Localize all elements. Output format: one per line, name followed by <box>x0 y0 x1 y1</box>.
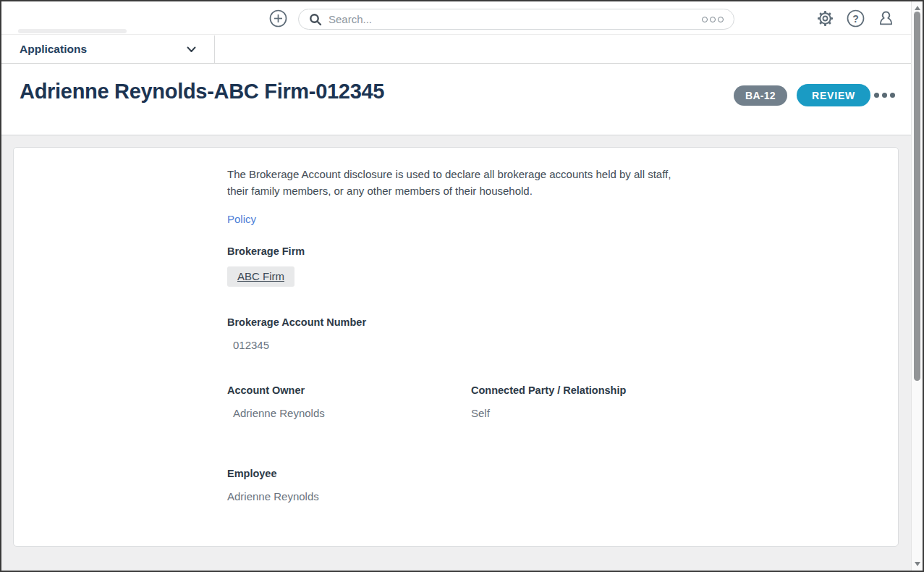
brokerage-account-number-label: Brokerage Account Number <box>227 316 684 328</box>
form-card: The Brokerage Account disclosure is used… <box>13 147 899 547</box>
brokerage-account-number-value: 012345 <box>227 339 684 351</box>
vertical-scrollbar[interactable] <box>911 1 923 571</box>
owner-relationship-row: Account Owner Adrienne Reynolds Connecte… <box>227 384 684 419</box>
connected-party-label: Connected Party / Relationship <box>471 384 684 396</box>
scroll-up-arrow-icon[interactable] <box>915 6 920 10</box>
applications-dropdown[interactable]: Applications <box>1 35 215 63</box>
search-overflow-icon[interactable] <box>702 17 724 22</box>
policy-link[interactable]: Policy <box>227 213 256 225</box>
top-bar: ? <box>1 1 911 35</box>
app-window: ? Applications Adrienne Reynolds-ABC Fir… <box>0 0 924 572</box>
search-bar[interactable] <box>298 9 734 30</box>
form-description: The Brokerage Account disclosure is used… <box>227 166 684 199</box>
scrollbar-thumb[interactable] <box>914 12 920 381</box>
form-column: The Brokerage Account disclosure is used… <box>227 148 684 502</box>
content-area: The Brokerage Account disclosure is used… <box>1 135 911 572</box>
account-owner-field: Account Owner Adrienne Reynolds <box>227 384 471 419</box>
chevron-down-icon <box>187 46 196 53</box>
employee-value: Adrienne Reynolds <box>227 490 684 502</box>
account-owner-label: Account Owner <box>227 384 471 396</box>
page-title: Adrienne Reynolds-ABC Firm-012345 <box>20 80 384 104</box>
review-button[interactable]: REVIEW <box>797 84 870 106</box>
help-button[interactable]: ? <box>847 9 865 28</box>
applications-label: Applications <box>20 43 87 56</box>
svg-text:?: ? <box>852 13 859 25</box>
employee-label: Employee <box>227 468 684 479</box>
search-icon <box>309 13 322 26</box>
record-id-badge: BA-12 <box>734 85 787 106</box>
gear-icon <box>816 9 834 28</box>
search-input[interactable] <box>329 13 702 25</box>
person-icon <box>877 9 895 28</box>
brokerage-firm-chip[interactable]: ABC Firm <box>227 266 294 287</box>
add-button[interactable] <box>269 9 287 28</box>
logo-placeholder <box>18 29 127 33</box>
scroll-down-arrow-icon[interactable] <box>915 562 920 566</box>
account-owner-value: Adrienne Reynolds <box>227 407 471 419</box>
applications-bar: Applications <box>1 35 911 64</box>
more-options-icon[interactable] <box>874 93 895 98</box>
connected-party-field: Connected Party / Relationship Self <box>471 384 684 419</box>
brokerage-firm-label: Brokerage Firm <box>227 245 684 257</box>
user-menu-button[interactable] <box>877 9 895 28</box>
page-header: Adrienne Reynolds-ABC Firm-012345 BA-12 … <box>1 64 911 135</box>
plus-circle-icon <box>269 9 287 28</box>
connected-party-value: Self <box>471 407 684 419</box>
question-circle-icon: ? <box>847 9 865 28</box>
settings-button[interactable] <box>816 9 834 28</box>
